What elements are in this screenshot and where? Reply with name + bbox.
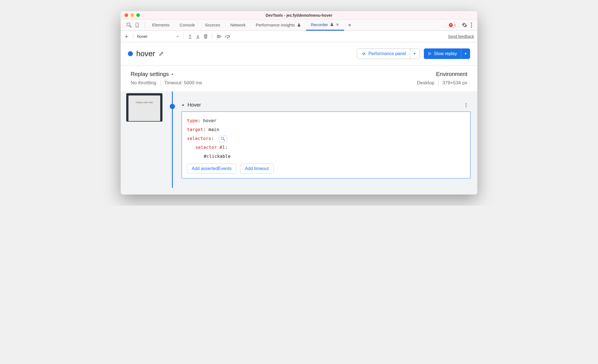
step-over-icon[interactable] [225, 34, 231, 39]
new-recording-icon[interactable] [124, 34, 129, 39]
element-picker-icon[interactable] [219, 136, 227, 142]
key-type: type [187, 118, 198, 123]
slow-replay-caret[interactable] [461, 48, 470, 59]
performance-panel-label: Performance panel [368, 51, 406, 56]
recording-select-value: hover [137, 34, 148, 39]
error-icon: ✕ [449, 23, 453, 27]
close-tab-icon[interactable] [336, 23, 339, 26]
add-asserted-events-button[interactable]: Add assertedEvents [187, 164, 236, 174]
svg-point-21 [466, 103, 466, 104]
step-body: type: hover target: main selectors: sele… [181, 111, 471, 179]
kebab-menu-icon[interactable] [471, 22, 472, 28]
tab-sources[interactable]: Sources [200, 19, 225, 31]
performance-panel-button[interactable]: Performance panel [357, 48, 419, 59]
edit-title-icon[interactable] [159, 51, 164, 56]
svg-marker-18 [465, 53, 467, 55]
environment-heading: Environment [417, 71, 467, 77]
key-target: target [187, 127, 203, 132]
chevron-down-icon [464, 52, 467, 55]
svg-point-5 [471, 23, 472, 24]
svg-point-22 [466, 105, 466, 105]
val-target[interactable]: main [208, 127, 219, 132]
recorder-toolbar: hover Send feedback [121, 31, 477, 42]
caret-down-icon[interactable] [181, 104, 185, 107]
play-icon [428, 51, 432, 56]
throttling-value: No throttling [131, 80, 156, 86]
val-selector-1[interactable]: #clickable [204, 154, 230, 159]
flask-icon [297, 23, 301, 27]
svg-point-7 [471, 26, 472, 28]
thumbnail-caption: Hover over me! [128, 95, 160, 121]
devtools-window: DevTools - jec.fyi/demo/menu-hover Eleme… [121, 11, 477, 195]
step-title: Hover [188, 102, 201, 108]
settings-row: Replay settings No throttling Timeout: 5… [121, 65, 477, 92]
panel-tabbar: Elements Console Sources Network Perform… [121, 19, 477, 31]
step-kebab-icon[interactable] [465, 103, 472, 108]
recording-header: hover Performance panel Slow replay [121, 42, 477, 65]
tab-network[interactable]: Network [225, 19, 251, 31]
slow-replay-button[interactable]: Slow replay [424, 48, 470, 59]
viewport-value: 379×534 px [443, 80, 467, 86]
tab-performance-insights[interactable]: Performance insights [251, 19, 306, 31]
key-selectors: selectors [187, 136, 211, 141]
send-feedback-link[interactable]: Send feedback [448, 34, 474, 39]
tab-recorder[interactable]: Recorder [306, 19, 344, 31]
svg-marker-20 [182, 105, 184, 106]
svg-point-13 [227, 37, 228, 38]
export-icon[interactable] [188, 34, 193, 39]
tab-console[interactable]: Console [175, 19, 200, 31]
device-value: Desktop [417, 80, 434, 86]
import-icon[interactable] [195, 34, 200, 39]
device-toolbar-icon[interactable] [135, 22, 140, 28]
step-play-icon[interactable] [216, 34, 222, 39]
svg-marker-12 [219, 35, 221, 38]
performance-panel-caret[interactable] [410, 49, 419, 59]
timeout-value: Timeout: 5000 ms [164, 80, 202, 86]
error-count-badge[interactable]: ✕ 1 [446, 22, 458, 28]
step-row: Hover type: hover target: main selectors… [167, 94, 472, 179]
recording-title: hover [136, 50, 155, 58]
window-title: DevTools - jec.fyi/demo/menu-hover [121, 13, 477, 18]
error-count: 1 [454, 23, 456, 27]
settings-gear-icon[interactable] [462, 22, 467, 28]
recording-select[interactable]: hover [137, 34, 179, 39]
add-timeout-button[interactable]: Add timeout [240, 164, 273, 174]
svg-point-23 [466, 106, 466, 107]
steps-area: Hover over me! Hover type: hover target:… [121, 92, 477, 195]
chevron-down-icon [413, 52, 416, 55]
flask-icon [330, 22, 334, 27]
titlebar: DevTools - jec.fyi/demo/menu-hover [121, 11, 477, 19]
svg-marker-16 [414, 53, 416, 55]
delete-icon[interactable] [203, 34, 208, 39]
key-selector-1: selector #1 [195, 145, 225, 150]
gauge-icon [361, 51, 366, 56]
svg-point-15 [363, 54, 364, 55]
recording-indicator-icon [128, 51, 133, 56]
tab-elements[interactable]: Elements [147, 19, 175, 31]
val-type[interactable]: hover [203, 118, 217, 123]
inspect-element-icon[interactable] [126, 22, 132, 28]
replay-settings-heading[interactable]: Replay settings [131, 71, 202, 77]
chevron-right-icon [171, 72, 174, 76]
slow-replay-label: Slow replay [434, 51, 457, 56]
step-marker-icon [170, 104, 175, 109]
svg-point-6 [471, 24, 472, 26]
step-thumbnail[interactable]: Hover over me! [126, 93, 162, 122]
svg-marker-17 [429, 52, 431, 55]
svg-marker-19 [172, 73, 173, 75]
more-tabs-icon[interactable] [344, 23, 355, 27]
chevron-down-icon [176, 35, 179, 38]
